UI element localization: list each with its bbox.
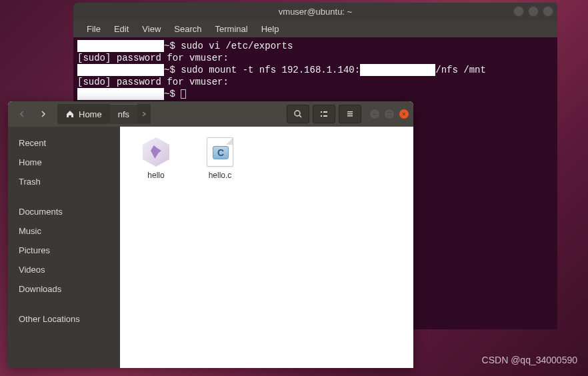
sidebar-pictures[interactable]: Pictures <box>8 241 120 260</box>
svg-rect-2 <box>323 111 327 113</box>
redacted-text: xxxxxxxxxxxxxxx <box>77 40 164 52</box>
fm-minimize-button[interactable]: − <box>369 109 380 119</box>
command-text: sudo vi /etc/exports <box>181 41 293 51</box>
c-source-icon: C <box>207 137 233 167</box>
fm-body: Recent Home Trash Documents Music Pictur… <box>8 127 413 368</box>
sidebar-documents[interactable]: Documents <box>8 202 120 221</box>
fm-sidebar: Recent Home Trash Documents Music Pictur… <box>8 127 120 368</box>
cursor-icon <box>181 89 186 99</box>
divider <box>8 299 120 309</box>
prompt: ~$ <box>164 41 181 51</box>
fm-content[interactable]: hello C hello.c <box>120 127 413 368</box>
svg-rect-4 <box>323 115 327 117</box>
breadcrumb-current[interactable]: nfs <box>110 104 137 124</box>
breadcrumb-label: Home <box>79 109 102 119</box>
sidebar-music[interactable]: Music <box>8 221 120 241</box>
terminal-line: [sudo] password for vmuser: <box>77 76 553 88</box>
file-label: hello.c <box>209 171 232 180</box>
prompt: ~$ <box>164 89 181 99</box>
svg-rect-1 <box>321 111 322 113</box>
menu-search[interactable]: Search <box>167 21 208 37</box>
redacted-text: xxxxxxxxxxxxxxx <box>77 88 164 100</box>
search-icon <box>293 109 303 119</box>
output-text: [sudo] password for vmuser: <box>77 77 229 87</box>
terminal-line: xxxxxxxxxxxxxxx~$ <box>77 88 553 100</box>
svg-rect-3 <box>321 115 322 117</box>
terminal-line: xxxxxxxxxxxxxxx~$ sudo mount -t nfs 192.… <box>77 64 553 76</box>
breadcrumb-next[interactable] <box>137 111 151 117</box>
file-label: hello <box>147 171 164 180</box>
redacted-text: xxxxxxxxxxxxxxx <box>77 64 164 76</box>
redacted-text: xxxxxxxxxxxxx <box>360 64 435 76</box>
forward-button[interactable] <box>33 105 53 123</box>
divider <box>8 191 120 202</box>
menu-view[interactable]: View <box>135 21 167 37</box>
view-list-button[interactable] <box>313 105 335 123</box>
menu-terminal[interactable]: Terminal <box>209 21 255 37</box>
sidebar-recent[interactable]: Recent <box>8 133 120 153</box>
c-badge: C <box>213 146 229 159</box>
command-text: /nfs /mnt <box>435 65 486 75</box>
breadcrumb-label: nfs <box>118 109 129 119</box>
terminal-line: [sudo] password for vmuser: <box>77 52 553 64</box>
terminal-menubar: File Edit View Search Terminal Help <box>73 20 557 37</box>
terminal-close-button[interactable] <box>543 6 553 17</box>
menu-edit[interactable]: Edit <box>107 21 135 37</box>
fm-toolbar: Home nfs − □ × <box>8 101 413 127</box>
executable-icon <box>143 137 169 167</box>
chevron-right-icon <box>39 110 47 118</box>
chevron-right-icon <box>141 111 147 117</box>
breadcrumb: Home nfs <box>57 104 151 124</box>
fm-window-controls: − □ × <box>369 109 409 119</box>
search-button[interactable] <box>287 105 309 123</box>
fm-maximize-button[interactable]: □ <box>384 109 395 119</box>
file-item-hello-c[interactable]: C hello.c <box>195 137 245 180</box>
terminal-maximize-button[interactable] <box>528 6 539 17</box>
svg-point-0 <box>295 111 300 116</box>
list-icon <box>319 109 329 119</box>
terminal-minimize-button[interactable] <box>513 6 524 17</box>
terminal-window-controls <box>513 6 553 17</box>
home-icon <box>65 109 75 119</box>
terminal-titlebar: vmuser@ubuntu: ~ <box>73 3 557 20</box>
terminal-title: vmuser@ubuntu: ~ <box>279 7 352 17</box>
output-text: [sudo] password for vmuser: <box>77 53 229 63</box>
watermark: CSDN @qq_34000590 <box>482 355 577 365</box>
menu-button[interactable] <box>339 105 361 123</box>
sidebar-videos[interactable]: Videos <box>8 260 120 279</box>
menu-help[interactable]: Help <box>255 21 286 37</box>
chevron-left-icon <box>18 110 26 118</box>
sidebar-other-locations[interactable]: Other Locations <box>8 309 120 329</box>
breadcrumb-home[interactable]: Home <box>57 104 110 124</box>
sidebar-home[interactable]: Home <box>8 153 120 172</box>
terminal-line: xxxxxxxxxxxxxxx~$ sudo vi /etc/exports <box>77 40 553 52</box>
file-manager-window: Home nfs − □ × Recent Home Tra <box>8 101 413 368</box>
back-button[interactable] <box>12 105 32 123</box>
menu-file[interactable]: File <box>80 21 107 37</box>
svg-rect-7 <box>347 115 353 117</box>
svg-rect-5 <box>347 111 353 113</box>
prompt: ~$ <box>164 65 181 75</box>
sidebar-trash[interactable]: Trash <box>8 172 120 191</box>
command-text: sudo mount -t nfs 192.168.1.140: <box>181 65 360 75</box>
hamburger-icon <box>345 109 355 119</box>
fm-close-button[interactable]: × <box>399 109 409 119</box>
file-item-hello[interactable]: hello <box>131 137 181 180</box>
sidebar-downloads[interactable]: Downloads <box>8 279 120 299</box>
svg-rect-6 <box>347 113 353 115</box>
